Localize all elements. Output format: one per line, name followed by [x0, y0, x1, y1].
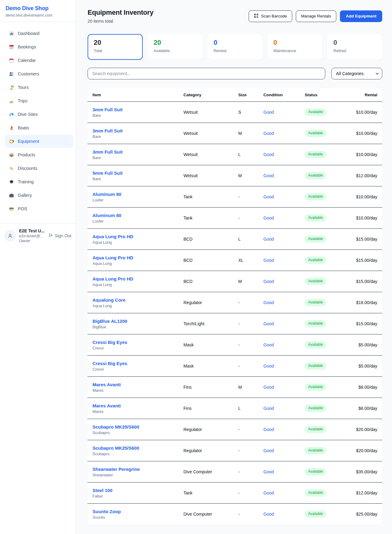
sidebar-item-bookings[interactable]: 17 Bookings — [5, 40, 73, 53]
manage-rentals-button[interactable]: Manage Rentals — [296, 10, 336, 22]
table-row[interactable]: Aqua Lung Pro HDAqua Lung BCD M Good Ava… — [88, 271, 382, 292]
item-name-link[interactable]: Suunto Zoop — [92, 509, 121, 514]
sign-out-label: Sign Out — [55, 233, 71, 238]
table-row[interactable]: Scubapro MK25/S600Scubapro Regulator - G… — [88, 419, 382, 440]
status-badge: Available — [305, 193, 326, 200]
category-select[interactable]: All Categories — [331, 68, 382, 79]
sidebar-item-boats[interactable]: Boats — [5, 121, 73, 134]
sidebar-item-discounts[interactable]: Discounts — [5, 162, 73, 175]
item-name-link[interactable]: Aqua Lung Pro HD — [92, 234, 133, 239]
item-name-link[interactable]: Mares Avanti — [92, 403, 121, 408]
item-name-link[interactable]: 5mm Full Suit — [92, 170, 123, 176]
person-icon — [7, 233, 13, 238]
item-name-link[interactable]: Aluminum 80 — [92, 213, 121, 218]
item-condition-link[interactable]: Good — [263, 216, 274, 220]
item-name-link[interactable]: Aluminum 80 — [92, 192, 121, 197]
sidebar-item-trips[interactable]: Trips — [5, 94, 73, 107]
equipment-table: Item Category Size Condition Status Rent… — [88, 88, 382, 525]
item-name-link[interactable]: 3mm Full Suit — [92, 107, 123, 112]
item-name-link[interactable]: Scubapro MK25/S600 — [92, 424, 139, 429]
item-condition-link[interactable]: Good — [263, 448, 274, 453]
table-row[interactable]: BigBlue AL1200BigBlue Torch/Light - Good… — [88, 313, 382, 334]
table-row[interactable]: Mares AvantiMares Fins M Good Available … — [88, 377, 382, 398]
sidebar-item-products[interactable]: Products — [5, 148, 73, 161]
item-condition-link[interactable]: Good — [263, 406, 274, 411]
stat-card-total[interactable]: 20 Total — [88, 34, 143, 60]
item-condition-link[interactable]: Good — [263, 173, 274, 178]
item-name-link[interactable]: Aqua Lung Pro HD — [92, 276, 133, 281]
table-row[interactable]: Aqua Lung Pro HDAqua Lung BCD L Good Ava… — [88, 229, 382, 250]
add-equipment-label: Add Equipment — [346, 14, 376, 18]
item-name-link[interactable]: 3mm Full Suit — [92, 149, 123, 154]
item-brand-label: Scubapro — [92, 452, 174, 456]
item-name-link[interactable]: Aqua Lung Pro HD — [92, 255, 133, 260]
sidebar-item-gallery[interactable]: Gallery — [5, 189, 73, 202]
item-name-link[interactable]: BigBlue AL1200 — [92, 318, 127, 324]
user-role: Owner — [19, 239, 45, 243]
sidebar-item-training[interactable]: Training — [5, 175, 73, 188]
item-brand-label: Scubapro — [92, 430, 174, 435]
stat-card-available[interactable]: 20 Available — [148, 34, 203, 60]
item-condition-link[interactable]: Good — [263, 469, 274, 474]
item-condition-link[interactable]: Good — [263, 385, 274, 390]
table-row[interactable]: 3mm Full SuitBare Wetsuit S Good Availab… — [88, 102, 382, 123]
item-condition-link[interactable]: Good — [263, 237, 274, 242]
item-name-link[interactable]: Aqualung Core — [92, 297, 126, 303]
item-condition-link[interactable]: Good — [263, 427, 274, 432]
sidebar-item-tours[interactable]: Tours — [5, 81, 73, 94]
table-row[interactable]: Mares AvantiMares Fins L Good Available … — [88, 398, 382, 419]
table-row[interactable]: Cressi Big EyesCressi Mask - Good Availa… — [88, 334, 382, 356]
sidebar-item-equipment[interactable]: Equipment — [5, 135, 73, 148]
item-brand-label: Bare — [92, 155, 174, 160]
item-name-link[interactable]: Shearwater Peregrine — [92, 467, 140, 472]
item-name-link[interactable]: 3mm Full Suit — [92, 128, 123, 133]
table-row[interactable]: 3mm Full SuitBare Wetsuit M Good Availab… — [88, 123, 382, 144]
table-row[interactable]: Steel 100Faber Tank - Good Available $12… — [88, 483, 382, 504]
item-condition-link[interactable]: Good — [263, 152, 274, 157]
item-rental: $10.00/day — [338, 208, 382, 229]
table-row[interactable]: Cressi Big EyesCressi Mask - Good Availa… — [88, 356, 382, 377]
stat-card-rented[interactable]: 0 Rented — [207, 34, 262, 60]
item-category: Wetsuit — [179, 102, 233, 123]
item-condition-link[interactable]: Good — [263, 131, 274, 136]
item-condition-link[interactable]: Good — [263, 512, 274, 517]
search-input[interactable] — [88, 68, 325, 79]
table-row[interactable]: 3mm Full SuitBare Wetsuit L Good Availab… — [88, 144, 382, 165]
item-condition-link[interactable]: Good — [263, 490, 274, 495]
table-row[interactable]: 5mm Full SuitBare Wetsuit M Good Availab… — [88, 165, 382, 186]
table-row[interactable]: Aluminum 80Luxfer Tank - Good Available … — [88, 208, 382, 229]
table-row[interactable]: Aqualung CoreAqua Lung Regulator - Good … — [88, 292, 382, 313]
table-row[interactable]: Aqua Lung Pro HDAqua Lung BCD XL Good Av… — [88, 250, 382, 271]
scan-barcode-button[interactable]: Scan Barcode — [249, 10, 292, 22]
item-name-link[interactable]: Cressi Big Eyes — [92, 361, 127, 366]
sidebar-item-pos[interactable]: POS — [5, 202, 73, 215]
item-condition-link[interactable]: Good — [263, 300, 274, 305]
sign-out-button[interactable]: Sign Out — [48, 233, 71, 238]
item-name-link[interactable]: Mares Avanti — [92, 382, 121, 387]
stat-card-maintenance[interactable]: 0 Maintenance — [267, 34, 322, 60]
item-condition-link[interactable]: Good — [263, 364, 274, 368]
table-row[interactable]: Scubapro MK25/S600Scubapro Regulator - G… — [88, 440, 382, 461]
sidebar-item-calendar[interactable]: Calendar — [5, 54, 73, 67]
item-name-link[interactable]: Scubapro MK25/S600 — [92, 445, 139, 451]
dive-sites-icon — [9, 112, 14, 117]
sidebar-item-customers[interactable]: Customers — [5, 67, 73, 80]
item-name-link[interactable]: Cressi Big Eyes — [92, 340, 127, 345]
table-row[interactable]: Shearwater PeregrineShearwater Dive Comp… — [88, 461, 382, 483]
sidebar-item-dive-sites[interactable]: Dive Sites — [5, 108, 73, 121]
table-row[interactable]: Aluminum 80Luxfer Tank - Good Available … — [88, 186, 382, 208]
item-condition-link[interactable]: Good — [263, 258, 274, 263]
item-brand-label: Bare — [92, 113, 174, 118]
add-equipment-button[interactable]: Add Equipment — [340, 10, 382, 22]
stat-card-retired[interactable]: 0 Retired — [327, 34, 382, 60]
item-name-link[interactable]: Steel 100 — [92, 488, 112, 493]
item-condition-link[interactable]: Good — [263, 342, 274, 347]
item-condition-link[interactable]: Good — [263, 279, 274, 284]
table-row[interactable]: Suunto ZoopSuunto Dive Computer - Good A… — [88, 504, 382, 525]
item-condition-link[interactable]: Good — [263, 194, 274, 199]
item-condition-link[interactable]: Good — [263, 321, 274, 326]
discounts-icon — [9, 166, 14, 171]
sidebar-item-dashboard[interactable]: Dashboard — [5, 27, 73, 40]
item-condition-link[interactable]: Good — [263, 110, 274, 115]
column-header-item: Item — [88, 88, 179, 102]
